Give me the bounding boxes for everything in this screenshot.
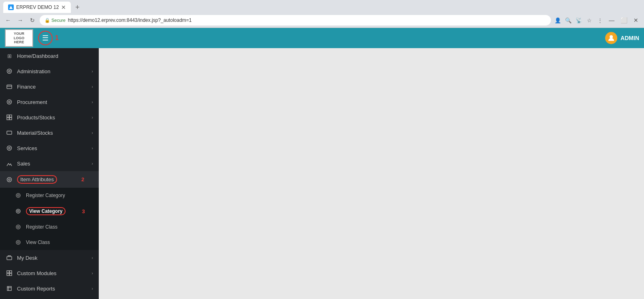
forward-button[interactable]: →: [15, 15, 25, 25]
logo-text: YOUR LOGO HERE: [14, 32, 25, 45]
sidebar-item-home[interactable]: ⊞ Home/Dashboard: [0, 48, 99, 64]
minimize-button[interactable]: —: [607, 15, 616, 25]
sidebar-item-label: Register Class: [26, 224, 57, 230]
sidebar-item-administration[interactable]: Administration ›: [0, 64, 99, 79]
zoom-icon[interactable]: 🔍: [564, 16, 573, 25]
sidebar-item-label: Register Category: [26, 193, 65, 198]
svg-rect-24: [7, 257, 12, 260]
sidebar-item-label: Procurement: [17, 99, 47, 105]
sidebar-item-view-class[interactable]: View Class: [0, 235, 99, 250]
chevron-icon: ›: [91, 271, 93, 276]
svg-rect-25: [7, 271, 9, 273]
sidebar-item-products-stocks[interactable]: Products/Stocks ›: [0, 110, 99, 125]
svg-rect-4: [7, 85, 12, 89]
svg-point-5: [7, 100, 12, 104]
app-wrapper: YOUR LOGO HERE ☰ 1 ADMIN ⊞ Home/Dashboar…: [0, 28, 644, 299]
sidebar-item-my-desk[interactable]: My Desk ›: [0, 250, 99, 265]
sidebar-item-label: Custom Modules: [17, 270, 57, 276]
menu-toggle-button[interactable]: ☰: [38, 31, 53, 45]
svg-rect-8: [10, 115, 12, 117]
secure-badge: 🔒 Secure: [45, 18, 66, 23]
svg-point-3: [9, 70, 10, 72]
step2-annotation: 2: [81, 176, 84, 182]
step3-annotation: 3: [82, 208, 85, 214]
sidebar-item-register-category[interactable]: Register Category: [0, 188, 99, 203]
chevron-icon: ›: [91, 255, 93, 260]
chevron-icon: ›: [91, 69, 93, 74]
svg-point-12: [7, 146, 12, 151]
new-tab-button[interactable]: +: [72, 2, 82, 12]
sidebar-item-label: Services: [17, 145, 37, 151]
sidebar-item-item-attributes[interactable]: Item Attributes 2: [0, 171, 99, 188]
url-text: https://demo12.erprev.com:8443/index.jsp…: [68, 17, 192, 23]
close-window-button[interactable]: ✕: [631, 15, 641, 25]
sidebar-item-label: Products/Stocks: [17, 115, 55, 121]
tab-close-button[interactable]: ✕: [61, 4, 66, 11]
sidebar-item-sales[interactable]: Sales ›: [0, 156, 99, 171]
bookmark-icon[interactable]: ☆: [585, 16, 594, 25]
svg-point-17: [17, 195, 19, 196]
sidebar-item-label: View Class: [26, 240, 50, 245]
tab-favicon: [8, 4, 14, 10]
sidebar-item-register-class[interactable]: Register Class: [0, 219, 99, 235]
sidebar-item-label: Finance: [17, 84, 36, 90]
svg-point-21: [17, 226, 19, 228]
sidebar: ⊞ Home/Dashboard Administration › Financ…: [0, 48, 99, 299]
view-category-label: View Category: [26, 207, 66, 215]
user-avatar: [605, 32, 617, 44]
cast-icon[interactable]: 📡: [574, 16, 583, 25]
svg-rect-28: [10, 274, 12, 276]
sales-icon: [6, 160, 13, 167]
back-button[interactable]: ←: [3, 15, 13, 25]
item-attributes-icon: [6, 176, 13, 183]
maximize-button[interactable]: ⬜: [619, 15, 629, 25]
sidebar-item-services[interactable]: Services ›: [0, 140, 99, 156]
top-bar: YOUR LOGO HERE ☰ 1 ADMIN: [0, 28, 644, 48]
sidebar-item-help-support[interactable]: Help/Support ›: [0, 296, 99, 299]
custom-reports-icon: [6, 285, 13, 292]
content-area: ⊞ Home/Dashboard Administration › Financ…: [0, 48, 644, 299]
sidebar-item-label: My Desk: [17, 255, 38, 261]
active-tab[interactable]: ERPREV DEMO 12 ✕: [3, 2, 71, 13]
sidebar-item-view-category[interactable]: View Category 3: [0, 203, 99, 219]
item-attributes-label: Item Attributes: [17, 175, 57, 184]
url-bar[interactable]: 🔒 Secure https://demo12.erprev.com:8443/…: [40, 15, 551, 25]
material-icon: [6, 129, 13, 136]
svg-point-15: [9, 179, 10, 180]
sidebar-item-material-stocks[interactable]: Material/Stocks ›: [0, 125, 99, 140]
tab-bar: ERPREV DEMO 12 ✕ +: [0, 0, 644, 13]
register-class-icon: [15, 223, 22, 231]
svg-point-23: [17, 242, 19, 243]
custom-modules-icon: [6, 269, 13, 277]
procurement-icon: [6, 98, 13, 106]
tab-title: ERPREV DEMO 12: [16, 4, 59, 10]
chevron-icon: ›: [91, 100, 93, 104]
sidebar-item-procurement[interactable]: Procurement ›: [0, 94, 99, 110]
svg-point-22: [16, 240, 20, 244]
top-bar-right: ADMIN: [605, 32, 639, 44]
svg-point-13: [9, 147, 10, 149]
sidebar-submenu-item-attributes: Register Category View Category 3 Regist…: [0, 188, 99, 250]
sidebar-item-label: Administration: [17, 68, 50, 74]
sidebar-item-label: Material/Stocks: [17, 130, 53, 136]
sidebar-item-label: Home/Dashboard: [17, 53, 58, 59]
products-icon: [6, 114, 13, 121]
step1-annotation: 1: [55, 34, 59, 42]
administration-icon: [6, 68, 13, 75]
sidebar-item-finance[interactable]: Finance ›: [0, 79, 99, 94]
profile-icon[interactable]: 👤: [553, 16, 562, 25]
svg-rect-9: [7, 118, 9, 120]
chevron-icon: ›: [91, 161, 93, 166]
svg-point-19: [17, 210, 19, 212]
svg-rect-10: [10, 118, 12, 120]
register-category-icon: [15, 192, 22, 199]
more-icon[interactable]: ⋮: [595, 16, 604, 25]
chevron-icon: ›: [91, 286, 93, 291]
sidebar-item-label: Sales: [17, 161, 30, 167]
svg-point-2: [7, 69, 12, 74]
sidebar-item-custom-modules[interactable]: Custom Modules ›: [0, 265, 99, 281]
sidebar-item-custom-reports[interactable]: Custom Reports ›: [0, 281, 99, 296]
svg-point-14: [7, 177, 12, 182]
reload-button[interactable]: ↻: [28, 15, 37, 25]
chevron-icon: ›: [91, 115, 93, 120]
